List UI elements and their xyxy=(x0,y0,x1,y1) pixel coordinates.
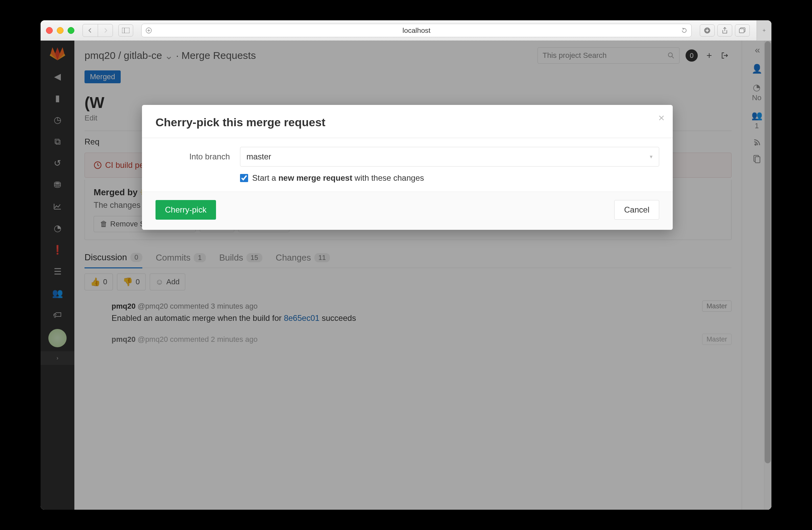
window-close-icon[interactable] xyxy=(46,27,53,34)
traffic-lights xyxy=(46,27,74,34)
share-button[interactable] xyxy=(717,24,732,37)
cherry-pick-submit-button[interactable]: Cherry-pick xyxy=(156,200,216,220)
into-branch-label: Into branch xyxy=(156,152,230,162)
nav-back-button[interactable] xyxy=(83,24,98,37)
cherry-pick-modal: Cherry-pick this merge request × Into br… xyxy=(142,105,673,230)
url-field[interactable]: localhost xyxy=(141,24,692,37)
branch-select[interactable]: master ▼ xyxy=(240,147,659,167)
tabs-button[interactable] xyxy=(735,24,750,37)
window-zoom-icon[interactable] xyxy=(68,27,74,34)
titlebar: localhost + xyxy=(41,20,771,41)
svg-rect-0 xyxy=(122,28,129,33)
url-text: localhost xyxy=(403,26,431,34)
nav-forward-button[interactable] xyxy=(98,24,113,37)
reload-icon[interactable] xyxy=(681,27,687,33)
svg-rect-7 xyxy=(739,29,744,33)
cancel-button[interactable]: Cancel xyxy=(614,200,659,220)
titlebar-right xyxy=(700,24,750,37)
downloads-button[interactable] xyxy=(700,24,715,37)
sidebar-toggle-button[interactable] xyxy=(118,24,133,37)
browser-window: localhost + ◀ ▮ xyxy=(41,20,771,510)
start-new-mr-checkbox[interactable] xyxy=(240,174,248,182)
window-minimize-icon[interactable] xyxy=(57,27,63,34)
start-new-mr-label: Start a new merge request with these cha… xyxy=(252,173,424,183)
close-icon[interactable]: × xyxy=(658,112,665,124)
nav-buttons xyxy=(83,24,113,37)
modal-title: Cherry-pick this merge request xyxy=(156,116,659,129)
add-page-icon[interactable] xyxy=(146,27,152,33)
new-tab-button[interactable]: + xyxy=(757,20,771,41)
chevron-down-icon: ▼ xyxy=(649,154,653,159)
